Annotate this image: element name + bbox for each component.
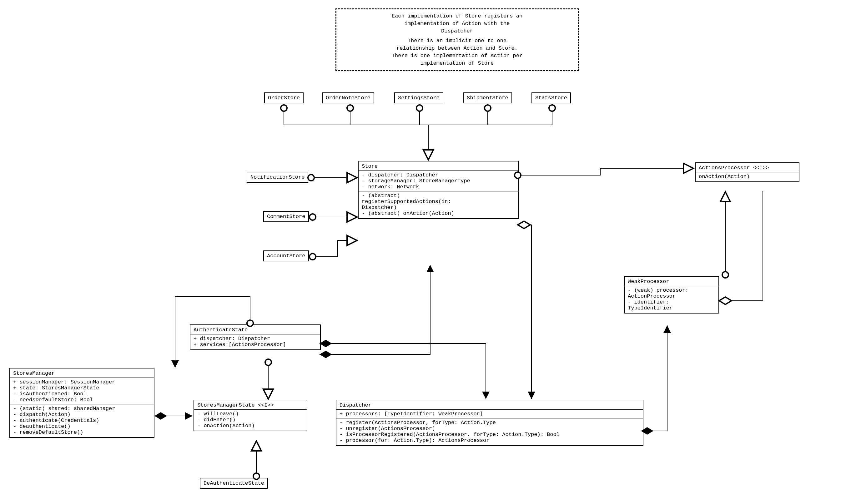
class-title: Dispatcher — [340, 402, 640, 408]
class-store: Store - dispatcher: Dispatcher - storage… — [358, 161, 519, 219]
diagram-note: Each implementation of Store registers a… — [336, 8, 579, 71]
class-notificationstore: NotificationStore — [247, 172, 308, 183]
class-title: CommentStore — [267, 214, 305, 219]
class-method: - isProcessorRegistered(ActionsProcessor… — [340, 432, 640, 437]
class-field: + dispatcher: Dispatcher — [193, 336, 317, 342]
class-field: + state: StoresManagerState — [13, 385, 151, 391]
class-title: StatsStore — [535, 95, 567, 101]
class-title: StoresManagerState <<I>> — [197, 402, 304, 408]
class-method: - processor(for: Action.Type): ActionsPr… — [340, 437, 640, 444]
class-weakprocessor: WeakProcessor - (weak) processor: Action… — [624, 276, 719, 313]
class-method: - (static) shared: sharedManager — [13, 406, 151, 412]
class-field: ActionProcessor — [628, 293, 715, 299]
class-title: DeAuthenticateState — [204, 480, 264, 486]
class-field: + processors: [TypeIdentifier: WeakProce… — [340, 411, 640, 417]
class-title: WeakProcessor — [628, 278, 715, 285]
class-field: - network: Network — [362, 184, 515, 190]
class-storesmanagerstate: StoresManagerState <<I>> - willLeave() -… — [193, 400, 307, 431]
class-settingsstore: SettingsStore — [394, 92, 443, 103]
note-line: Each implementation of Store registers a… — [341, 13, 573, 20]
class-dispatcher: Dispatcher + processors: [TypeIdentifier… — [336, 400, 643, 446]
class-authenticatestate: AuthenticateState + dispatcher: Dispatch… — [190, 324, 321, 350]
class-title: OrderNoteStore — [326, 95, 371, 101]
class-title: ActionsProcessor <<I>> — [699, 165, 796, 171]
class-statsstore: StatsStore — [531, 92, 571, 103]
class-title: Store — [362, 163, 515, 169]
class-field: - dispatcher: Dispatcher — [362, 172, 515, 178]
class-title: SettingsStore — [398, 95, 440, 101]
class-title: OrderStore — [268, 95, 300, 101]
class-field: - identifier: — [628, 299, 715, 305]
note-line: Dispatcher — [341, 28, 573, 35]
class-commentstore: CommentStore — [263, 211, 309, 222]
class-method: registerSupportedActions(in: — [362, 199, 515, 204]
class-method: - deauthenticate() — [13, 424, 151, 429]
class-field: + services:[ActionsProcessor] — [193, 342, 317, 347]
note-line: implementation of Store — [341, 60, 573, 67]
class-method: - (abstract) onAction(Action) — [362, 211, 515, 216]
class-ordernotestore: OrderNoteStore — [322, 92, 374, 103]
class-orderstore: OrderStore — [264, 92, 304, 103]
class-method: - willLeave() — [197, 411, 304, 417]
note-line: There is an implicit one to one — [341, 37, 573, 44]
class-storesmanager: StoresManager + sessionManager: SessionM… — [10, 368, 154, 438]
class-method: - (abstract) — [362, 193, 515, 199]
class-field: - needsDefaultStore: Bool — [13, 397, 151, 403]
class-method: Dispatcher) — [362, 204, 515, 211]
class-method: - didEnter() — [197, 417, 304, 423]
class-method: - onAction(Action) — [197, 423, 304, 429]
note-line: implementation of Action with the — [341, 20, 573, 28]
class-field: - isAuthenticated: Bool — [13, 391, 151, 397]
class-actionsprocessor: ActionsProcessor <<I>> onAction(Action) — [695, 162, 800, 182]
class-method: - dispatch(Action) — [13, 412, 151, 417]
class-method: - register(ActionsProcessor, forType: Ac… — [340, 420, 640, 426]
class-field: - (weak) processor: — [628, 287, 715, 293]
class-accountstore: AccountStore — [263, 250, 309, 262]
note-line: There is one implementation of Action pe… — [341, 52, 573, 60]
note-line: relationship between Action and Store. — [341, 44, 573, 52]
class-deauthenticatestate: DeAuthenticateState — [200, 478, 268, 489]
class-field: TypeIdentifier — [628, 305, 715, 311]
class-title: StoresManager — [13, 370, 151, 376]
class-field: + sessionManager: SessionManager — [13, 379, 151, 385]
class-title: AccountStore — [267, 253, 305, 259]
class-method: - authenticate(Credentials) — [13, 417, 151, 424]
class-method: - unregister(ActionsProcessor) — [340, 426, 640, 432]
class-title: AuthenticateState — [193, 327, 317, 333]
class-title: NotificationStore — [251, 174, 305, 180]
class-method: - removeDefaultStore() — [13, 429, 151, 435]
class-field: - storageManager: StoreManagerType — [362, 178, 515, 184]
class-title: ShipmentStore — [467, 95, 508, 101]
class-method: onAction(Action) — [699, 174, 796, 180]
class-shipmentstore: ShipmentStore — [463, 92, 512, 103]
